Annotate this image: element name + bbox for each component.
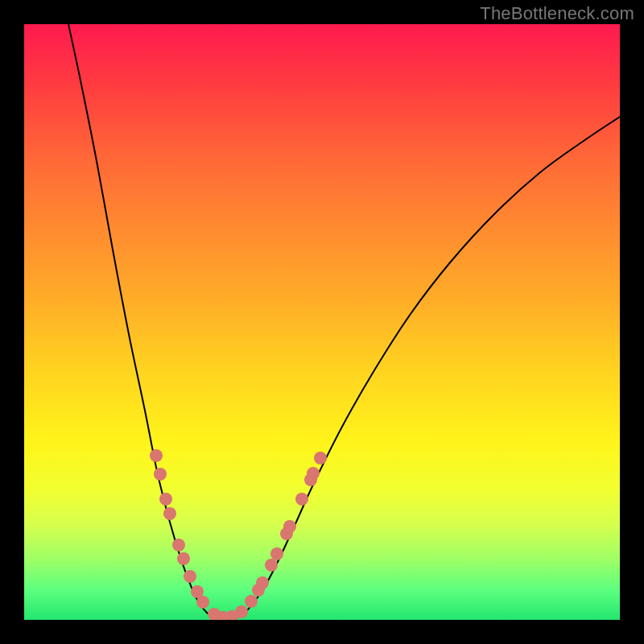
marker-dot	[256, 576, 269, 589]
marker-dot	[196, 596, 209, 609]
marker-dot	[163, 507, 176, 520]
marker-dot	[177, 552, 190, 565]
chart-svg	[24, 24, 620, 620]
marker-dot	[159, 493, 172, 506]
marker-dot	[184, 570, 196, 583]
plot-area	[24, 24, 620, 620]
marker-dot	[245, 595, 258, 608]
marker-dot	[314, 452, 327, 464]
bottleneck-curve	[68, 24, 620, 620]
marker-group	[150, 449, 327, 620]
watermark-text: TheBottleneck.com	[480, 3, 634, 24]
marker-dot	[307, 467, 320, 480]
marker-dot	[150, 449, 163, 462]
marker-dot	[172, 539, 185, 551]
chart-frame: TheBottleneck.com	[0, 0, 644, 644]
marker-dot	[235, 605, 248, 618]
marker-dot	[270, 547, 283, 560]
marker-dot	[295, 493, 308, 506]
marker-dot	[154, 468, 167, 481]
marker-dot	[265, 559, 278, 572]
marker-dot	[283, 520, 296, 533]
